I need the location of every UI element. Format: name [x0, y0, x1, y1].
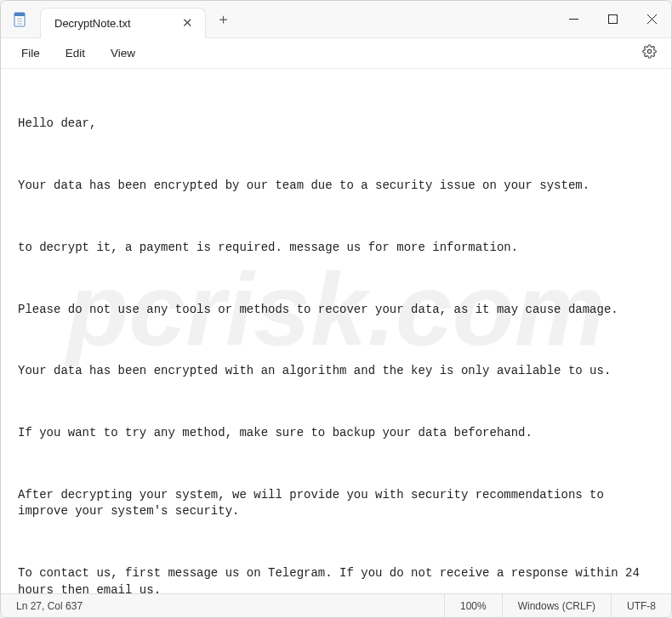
menu-edit[interactable]: Edit [54, 43, 97, 63]
body-line: If you want to try any method, make sure… [18, 425, 654, 442]
body-line: Your data has been encrypted with an alg… [18, 363, 654, 380]
svg-rect-1 [14, 13, 25, 16]
body-line: to decrypt it, a payment is required. me… [18, 240, 654, 257]
maximize-button[interactable] [593, 1, 632, 37]
statusbar: Ln 27, Col 637 100% Windows (CRLF) UTF-8 [1, 593, 671, 617]
notepad-window: pcrisk.com DecryptNote.txt ✕ ＋ [0, 0, 672, 618]
tab-title: DecryptNote.txt [54, 17, 131, 30]
status-zoom[interactable]: 100% [445, 594, 503, 617]
status-line-ending[interactable]: Windows (CRLF) [503, 594, 612, 617]
body-line: Hello dear, [18, 116, 654, 133]
svg-point-9 [647, 49, 651, 53]
close-window-button[interactable] [632, 1, 671, 37]
document-tab[interactable]: DecryptNote.txt ✕ [40, 8, 206, 38]
menu-view[interactable]: View [99, 43, 147, 63]
minimize-button[interactable] [554, 1, 593, 37]
titlebar: DecryptNote.txt ✕ ＋ [1, 1, 671, 38]
close-tab-icon[interactable]: ✕ [182, 15, 193, 31]
new-tab-button[interactable]: ＋ [211, 7, 236, 32]
gear-icon [642, 44, 657, 62]
menu-file[interactable]: File [9, 43, 52, 63]
status-cursor-position[interactable]: Ln 27, Col 637 [1, 594, 445, 617]
body-line: To contact us, first message us on Teleg… [18, 565, 654, 593]
notepad-app-icon [13, 11, 26, 28]
body-line: Your data has been encrypted by our team… [18, 178, 654, 195]
window-controls [554, 1, 671, 37]
status-encoding[interactable]: UTF-8 [612, 594, 671, 617]
body-line: Please do not use any tools or methods t… [18, 302, 654, 319]
body-line: After decrypting your system, we will pr… [18, 487, 654, 520]
settings-button[interactable] [635, 40, 663, 67]
svg-rect-6 [608, 15, 617, 24]
menubar: File Edit View [1, 38, 671, 69]
text-editor-area[interactable]: Hello dear, Your data has been encrypted… [1, 69, 671, 593]
